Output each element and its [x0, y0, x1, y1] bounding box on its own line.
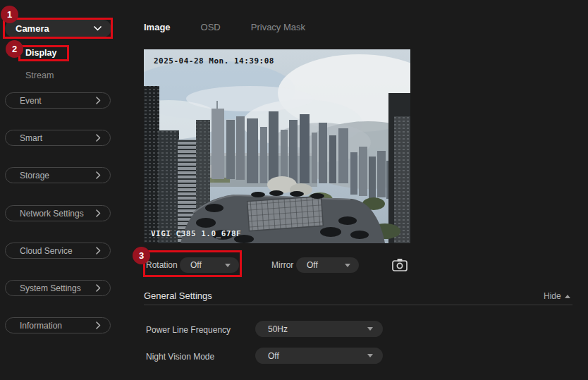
sidebar-item-label: Network Settings — [20, 209, 84, 219]
rotation-value: Off — [190, 260, 202, 270]
sidebar-item-smart[interactable]: Smart — [5, 130, 111, 146]
sidebar-item-information[interactable]: Information — [5, 317, 111, 333]
chevron-down-icon — [94, 26, 102, 31]
night-vision-mode-value: Off — [268, 351, 279, 361]
sidebar-item-label: System Settings — [20, 283, 81, 293]
general-settings-title: General Settings — [144, 290, 212, 301]
chevron-right-icon — [96, 321, 101, 329]
camera-preview-image: 2025-04-28 Mon. 14:39:08 VIGI C385 1.0_6… — [144, 49, 410, 243]
mirror-value: Off — [307, 260, 318, 270]
sidebar-camera-dropdown[interactable]: Camera — [5, 20, 111, 37]
chevron-right-icon — [96, 209, 101, 217]
collapse-icon — [565, 295, 570, 298]
dropdown-arrow-icon — [367, 327, 373, 331]
sidebar-item-system-settings[interactable]: System Settings — [5, 280, 111, 296]
sidebar-item-stream[interactable]: Stream — [25, 71, 54, 80]
sidebar-item-label: Storage — [20, 171, 49, 180]
tab-osd[interactable]: OSD — [201, 22, 221, 32]
sidebar-camera-label: Camera — [16, 23, 49, 34]
power-line-frequency-label: Power Line Frequency — [146, 325, 231, 335]
sidebar-item-cloud-service[interactable]: Cloud Service — [5, 243, 111, 259]
sidebar-item-label: Event — [20, 96, 42, 106]
mirror-dropdown[interactable]: Off — [296, 257, 359, 273]
tab-image[interactable]: Image — [144, 22, 171, 32]
chevron-right-icon — [96, 97, 101, 104]
night-vision-mode-dropdown[interactable]: Off — [255, 348, 383, 364]
sidebar-item-label: Information — [20, 321, 62, 331]
city-skyline-scene — [144, 49, 410, 243]
rotation-dropdown[interactable]: Off — [180, 257, 239, 273]
sidebar-item-storage[interactable]: Storage — [5, 167, 111, 183]
tab-privacy-mask[interactable]: Privacy Mask — [251, 22, 305, 32]
hide-section-button[interactable]: Hide — [544, 291, 570, 301]
power-line-frequency-dropdown[interactable]: 50Hz — [255, 321, 383, 337]
section-divider — [144, 305, 572, 305]
chevron-right-icon — [96, 247, 101, 255]
dropdown-arrow-icon — [225, 264, 231, 267]
night-vision-mode-label: Night Vision Mode — [146, 352, 214, 362]
sidebar-item-label: Smart — [20, 133, 42, 143]
annotation-badge-2: 2 — [6, 40, 23, 58]
image-settings-tabs: Image OSD Privacy Mask — [144, 22, 305, 32]
sidebar-item-event[interactable]: Event — [5, 92, 111, 109]
sidebar-item-label: Cloud Service — [20, 246, 73, 256]
chevron-right-icon — [96, 171, 101, 179]
osd-watermark: VIGI C385 1.0_678F — [151, 229, 241, 238]
sidebar-item-display[interactable]: Display — [25, 48, 56, 58]
osd-timestamp: 2025-04-28 Mon. 14:39:08 — [154, 56, 274, 66]
chevron-right-icon — [96, 134, 101, 142]
hide-label: Hide — [544, 291, 561, 301]
power-line-frequency-value: 50Hz — [268, 324, 288, 334]
camera-icon — [392, 258, 408, 271]
rotation-label: Rotation — [146, 260, 178, 270]
sidebar-item-network-settings[interactable]: Network Settings — [5, 205, 111, 221]
chevron-right-icon — [96, 284, 101, 292]
mirror-label: Mirror — [271, 260, 293, 270]
dropdown-arrow-icon — [367, 354, 373, 357]
camera-settings-page: Camera Display Stream Event Smart Storag… — [0, 0, 588, 380]
dropdown-arrow-icon — [345, 264, 350, 267]
snapshot-button[interactable] — [391, 256, 409, 273]
